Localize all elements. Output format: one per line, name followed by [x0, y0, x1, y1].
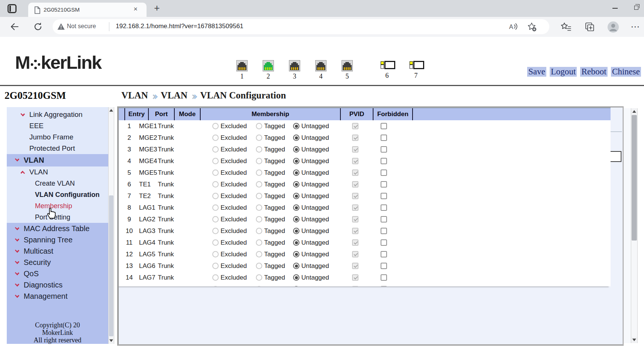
membership-radio-tagged[interactable]	[256, 263, 262, 269]
back-icon[interactable]	[10, 22, 20, 32]
membership-radio-tagged[interactable]	[256, 123, 262, 129]
forbidden-checkbox[interactable]	[381, 158, 387, 164]
tab-close-icon[interactable]: ×	[133, 5, 138, 13]
pvid-checkbox[interactable]	[352, 204, 358, 211]
pvid-checkbox[interactable]	[352, 193, 358, 199]
membership-radio-tagged[interactable]	[256, 181, 262, 188]
main-scroll-thumb[interactable]	[632, 115, 637, 241]
membership-radio-tagged[interactable]	[256, 193, 262, 199]
forbidden-checkbox[interactable]	[381, 169, 387, 176]
forbidden-checkbox[interactable]	[381, 216, 387, 222]
sidebar-scroll-thumb[interactable]	[109, 195, 113, 336]
favorites-icon[interactable]	[561, 22, 571, 32]
membership-radio-untagged[interactable]	[293, 263, 299, 269]
membership-radio-tagged[interactable]	[256, 216, 262, 222]
membership-radio-excluded[interactable]	[212, 123, 219, 129]
sidebar-item-protected-port[interactable]: Protected Port	[7, 143, 108, 154]
sidebar-item-vlan[interactable]: VLAN	[7, 166, 108, 178]
pvid-checkbox[interactable]	[352, 239, 358, 246]
pvid-checkbox[interactable]	[352, 181, 358, 188]
breadcrumb-part[interactable]: VLAN	[161, 90, 187, 101]
membership-radio-tagged[interactable]	[256, 169, 262, 176]
browser-tab[interactable]: 2G05210GSM ×	[28, 3, 147, 17]
sidebar-item-qos[interactable]: QoS	[7, 268, 108, 279]
membership-radio-excluded[interactable]	[212, 239, 219, 246]
header-link-save[interactable]: Save	[527, 67, 546, 77]
membership-radio-untagged[interactable]	[293, 158, 299, 164]
read-aloud-icon[interactable]: A	[509, 23, 518, 31]
sidebar-item-diagnostics[interactable]: Diagnostics	[7, 279, 108, 290]
forbidden-checkbox[interactable]	[381, 286, 387, 286]
membership-radio-untagged[interactable]	[293, 123, 299, 129]
membership-radio-untagged[interactable]	[293, 251, 299, 257]
pvid-checkbox[interactable]	[352, 123, 358, 129]
sidebar-item-eee[interactable]: EEE	[7, 120, 108, 132]
sidebar-item-vlan-configuration[interactable]: VLAN Configuration	[7, 189, 108, 200]
sidebar-item-jumbo-frame[interactable]: Jumbo Frame	[7, 132, 108, 143]
membership-radio-excluded[interactable]	[212, 228, 219, 234]
add-favorite-icon[interactable]	[527, 22, 537, 32]
membership-radio-tagged[interactable]	[256, 239, 262, 246]
pvid-checkbox[interactable]	[352, 146, 358, 153]
url-text[interactable]: 192.168.2.1/home.html?ver=1678813509561	[116, 23, 243, 30]
membership-radio-excluded[interactable]	[212, 158, 219, 164]
membership-radio-excluded[interactable]	[212, 135, 219, 141]
window-restore-icon[interactable]	[634, 6, 638, 10]
breadcrumb-part[interactable]: VLAN	[121, 90, 148, 101]
membership-radio-tagged[interactable]	[256, 286, 262, 286]
sidebar-item-management[interactable]: Management	[7, 290, 108, 302]
sidebar-item-multicast[interactable]: Multicast	[7, 245, 108, 257]
sidebar-item-security[interactable]: Security	[7, 257, 108, 268]
membership-radio-excluded[interactable]	[212, 169, 219, 176]
header-link-logout[interactable]: Logout	[550, 67, 577, 77]
membership-radio-tagged[interactable]	[256, 274, 262, 281]
sidebar-item-create-vlan[interactable]: Create VLAN	[7, 178, 108, 189]
membership-radio-untagged[interactable]	[293, 169, 299, 176]
settings-menu-icon[interactable]: ···	[631, 23, 640, 31]
sidebar-item-vlan[interactable]: VLAN	[7, 154, 108, 166]
sidebar-scrollbar[interactable]	[108, 107, 114, 344]
sidebar-scroll-up-icon[interactable]	[109, 107, 114, 113]
forbidden-checkbox[interactable]	[381, 251, 387, 257]
membership-radio-tagged[interactable]	[256, 146, 262, 153]
forbidden-checkbox[interactable]	[381, 193, 387, 199]
forbidden-checkbox[interactable]	[381, 146, 387, 153]
sidebar-item-spanning-tree[interactable]: Spanning Tree	[7, 234, 108, 245]
membership-radio-untagged[interactable]	[293, 274, 299, 281]
membership-radio-tagged[interactable]	[256, 135, 262, 141]
pvid-checkbox[interactable]	[352, 274, 358, 281]
membership-radio-excluded[interactable]	[212, 193, 219, 199]
pvid-checkbox[interactable]	[352, 286, 358, 286]
membership-radio-untagged[interactable]	[293, 228, 299, 234]
membership-radio-excluded[interactable]	[212, 274, 219, 281]
membership-radio-untagged[interactable]	[293, 135, 299, 141]
pvid-checkbox[interactable]	[352, 169, 358, 176]
main-scroll-down-icon[interactable]	[631, 337, 637, 343]
header-link-chinese[interactable]: Chinese	[611, 67, 641, 77]
membership-radio-tagged[interactable]	[256, 228, 262, 234]
pvid-checkbox[interactable]	[352, 228, 358, 234]
header-link-reboot[interactable]: Reboot	[580, 67, 607, 77]
membership-radio-excluded[interactable]	[212, 146, 219, 153]
membership-radio-untagged[interactable]	[293, 239, 299, 246]
breadcrumb-part[interactable]: VLAN Configuration	[200, 90, 286, 101]
forbidden-checkbox[interactable]	[381, 204, 387, 211]
forbidden-checkbox[interactable]	[381, 274, 387, 281]
tab-actions-icon[interactable]	[8, 4, 17, 13]
membership-radio-untagged[interactable]	[293, 216, 299, 222]
main-scroll-up-icon[interactable]	[631, 108, 637, 115]
pvid-checkbox[interactable]	[352, 251, 358, 257]
sidebar-item-mac-address-table[interactable]: MAC Address Table	[7, 223, 108, 234]
membership-radio-untagged[interactable]	[293, 204, 299, 211]
membership-radio-excluded[interactable]	[212, 181, 219, 188]
forbidden-checkbox[interactable]	[381, 123, 387, 129]
membership-radio-excluded[interactable]	[212, 286, 219, 286]
membership-radio-excluded[interactable]	[212, 251, 219, 257]
address-bar[interactable]: Not secure 192.168.2.1/home.html?ver=167…	[53, 19, 549, 34]
pvid-checkbox[interactable]	[352, 263, 358, 269]
membership-radio-tagged[interactable]	[256, 204, 262, 211]
profile-avatar[interactable]	[607, 21, 619, 33]
new-tab-icon[interactable]: +	[154, 2, 160, 14]
pvid-checkbox[interactable]	[352, 216, 358, 222]
membership-radio-excluded[interactable]	[212, 204, 219, 211]
